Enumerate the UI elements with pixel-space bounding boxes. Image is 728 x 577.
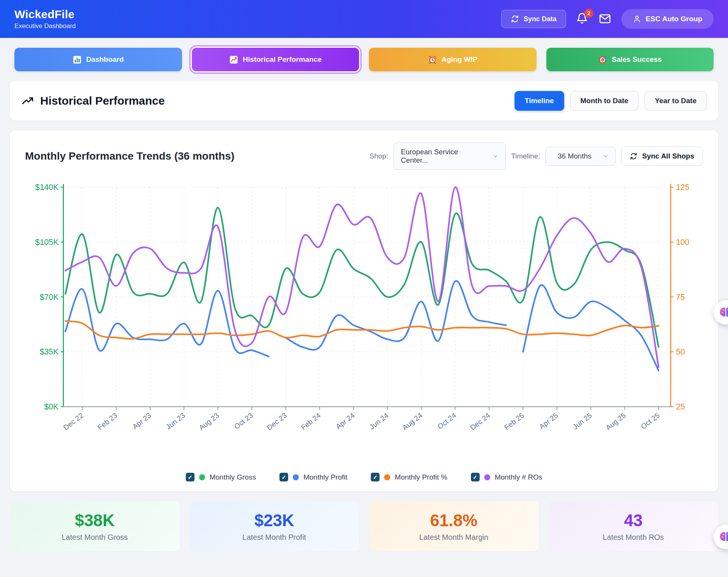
sync-all-label: Sync All Shops — [642, 152, 694, 160]
view-toggle-group: Timeline Month to Date Year to Date — [515, 91, 707, 111]
svg-text:50: 50 — [676, 347, 685, 356]
svg-text:Dec 23: Dec 23 — [265, 411, 289, 432]
stat-card-margin: 61.8% Latest Month Margin — [369, 501, 539, 551]
performance-trend-chart: $0K$35K$70K$105K$140K255075100125Dec 22F… — [25, 176, 703, 452]
year-to-date-button[interactable]: Year to Date — [645, 91, 707, 111]
svg-text:Apr 23: Apr 23 — [131, 411, 152, 431]
series-color-dot — [484, 474, 490, 480]
shop-select-value: European Service Center... — [401, 148, 486, 165]
svg-text:Dec 24: Dec 24 — [469, 411, 492, 432]
stat-card-ros: 43 Latest Month ROs — [549, 501, 719, 551]
tab-dashboard[interactable]: Dashboard — [14, 48, 182, 71]
legend-label: Monthly Profit % — [395, 473, 447, 481]
timeline-view-button[interactable]: Timeline — [515, 91, 564, 111]
svg-text:Aug 25: Aug 25 — [604, 411, 628, 432]
stat-card-gross: $38K Latest Month Gross — [10, 501, 180, 551]
page-title: Historical Performance — [40, 94, 165, 107]
svg-text:$70K: $70K — [40, 293, 59, 302]
brand-block: WickedFile Executive Dashboard — [14, 8, 76, 30]
stat-label: Latest Month Profit — [242, 533, 306, 542]
tab-dashboard-label: Dashboard — [86, 55, 124, 64]
brain-icon — [719, 307, 728, 318]
sync-data-label: Sync Data — [524, 15, 557, 23]
legend-toggle-monthly-profit[interactable]: ✓ Monthly Profit — [279, 473, 347, 481]
tab-sales-success[interactable]: Sales Success — [546, 48, 714, 71]
notifications-button[interactable]: 2 — [576, 13, 589, 25]
bell-icon — [576, 19, 588, 26]
section-header-card: Historical Performance Timeline Month to… — [10, 81, 718, 121]
chart-card: Monthly Performance Trends (36 months) S… — [10, 130, 718, 491]
svg-text:Jun 25: Jun 25 — [571, 411, 593, 431]
stat-card-profit: $23K Latest Month Profit — [190, 501, 359, 551]
chart-legend: ✓ Monthly Gross ✓ Monthly Profit ✓ Month… — [25, 473, 703, 481]
stat-value: 43 — [624, 511, 643, 530]
account-label: ESC Auto Group — [646, 15, 702, 23]
checkbox-checked-icon: ✓ — [371, 473, 380, 481]
svg-text:$35K: $35K — [40, 347, 59, 356]
shop-select[interactable]: European Service Center... — [394, 143, 506, 170]
alarm-clock-icon — [428, 55, 437, 64]
chart-header: Monthly Performance Trends (36 months) S… — [25, 143, 703, 170]
stat-value: $23K — [254, 511, 294, 530]
series-color-dot — [384, 474, 390, 480]
stat-label: Latest Month Gross — [61, 533, 128, 542]
svg-text:Dec 22: Dec 22 — [62, 411, 85, 432]
svg-text:75: 75 — [676, 293, 685, 302]
timeline-select-value: 36 Months — [558, 152, 592, 160]
checkbox-checked-icon: ✓ — [279, 473, 288, 481]
timeline-label: Timeline: — [511, 152, 540, 160]
stat-label: Latest Month ROs — [603, 533, 664, 542]
svg-text:Feb 25: Feb 25 — [503, 411, 526, 431]
chart-controls: Shop: European Service Center... Timelin… — [369, 143, 703, 170]
svg-text:Jun 24: Jun 24 — [368, 411, 390, 431]
series-color-dot — [293, 474, 299, 480]
tab-historical-performance[interactable]: Historical Performance — [192, 48, 359, 71]
svg-text:25: 25 — [676, 402, 685, 411]
legend-label: Monthly # ROs — [495, 473, 543, 481]
nav-tabs: Dashboard Historical Performance — [0, 48, 728, 71]
notification-badge: 2 — [584, 9, 593, 18]
account-button[interactable]: ESC Auto Group — [621, 9, 714, 29]
svg-text:$140K: $140K — [35, 183, 58, 192]
svg-text:Aug 24: Aug 24 — [401, 411, 424, 432]
svg-text:Jun 23: Jun 23 — [165, 411, 187, 431]
sync-data-button[interactable]: Sync Data — [501, 10, 566, 28]
mail-icon — [599, 20, 611, 26]
section-title-block: Historical Performance — [21, 94, 165, 107]
month-to-date-button[interactable]: Month to Date — [570, 91, 639, 111]
svg-text:Oct 24: Oct 24 — [436, 411, 458, 431]
stat-value: 61.8% — [430, 511, 477, 530]
tab-aging-wip[interactable]: Aging WIP — [369, 48, 537, 71]
brain-icon — [719, 531, 728, 543]
chevron-down-icon — [493, 153, 499, 159]
legend-label: Monthly Profit — [303, 473, 347, 481]
svg-text:Aug 23: Aug 23 — [198, 411, 221, 432]
svg-text:Apr 25: Apr 25 — [538, 411, 559, 431]
bar-chart-icon — [72, 55, 82, 64]
svg-text:Oct 23: Oct 23 — [232, 411, 254, 431]
stat-cards-row: $38K Latest Month Gross $23K Latest Mont… — [10, 501, 718, 551]
svg-text:Feb 24: Feb 24 — [300, 411, 322, 431]
app-subtitle: Executive Dashboard — [14, 22, 76, 30]
app-title: WickedFile — [14, 8, 76, 21]
trending-up-icon — [21, 94, 34, 107]
legend-toggle-monthly-gross[interactable]: ✓ Monthly Gross — [186, 473, 256, 481]
tab-sales-label: Sales Success — [612, 55, 662, 64]
svg-text:Feb 23: Feb 23 — [96, 411, 119, 431]
svg-text:100: 100 — [676, 238, 689, 247]
header-actions: Sync Data 2 — [501, 9, 714, 29]
legend-toggle-monthly-ros[interactable]: ✓ Monthly # ROs — [471, 473, 543, 481]
tab-aging-label: Aging WIP — [441, 55, 477, 64]
legend-toggle-monthly-profit-pct[interactable]: ✓ Monthly Profit % — [371, 473, 447, 481]
messages-button[interactable] — [599, 13, 612, 25]
svg-text:$105K: $105K — [35, 238, 58, 247]
refresh-icon — [630, 152, 637, 160]
page: WickedFile Executive Dashboard Sync Data — [0, 0, 728, 577]
stat-label: Latest Month Margin — [419, 533, 488, 542]
sync-all-shops-button[interactable]: Sync All Shops — [621, 147, 703, 166]
series-color-dot — [199, 474, 205, 480]
timeline-select[interactable]: 36 Months — [545, 147, 616, 166]
target-icon — [598, 55, 607, 64]
user-icon — [633, 15, 641, 23]
chevron-down-icon — [602, 153, 609, 159]
